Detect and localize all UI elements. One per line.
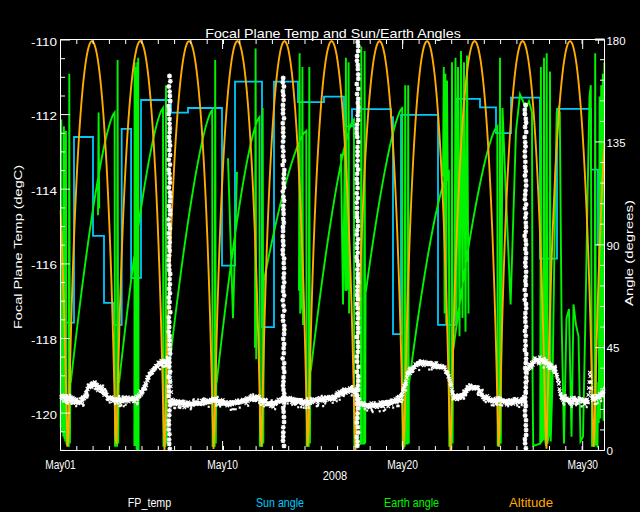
svg-text:90: 90 xyxy=(607,240,620,252)
svg-text:-114: -114 xyxy=(31,185,58,197)
svg-text:Angle (degrees): Angle (degrees) xyxy=(623,200,635,306)
svg-text:Focal Plane Temp and Sun/Earth: Focal Plane Temp and Sun/Earth Angles xyxy=(205,26,461,41)
svg-text:FP_temp: FP_temp xyxy=(128,496,171,510)
svg-text:Sun angle: Sun angle xyxy=(256,496,304,510)
svg-text:May30: May30 xyxy=(567,458,598,472)
svg-text:45: 45 xyxy=(607,342,620,354)
svg-text:-118: -118 xyxy=(31,334,57,346)
svg-text:135: 135 xyxy=(607,137,626,149)
svg-text:-120: -120 xyxy=(31,409,57,421)
svg-text:0: 0 xyxy=(607,445,614,457)
svg-text:Focal Plane Temp (degC): Focal Plane Temp (degC) xyxy=(12,165,24,329)
svg-text:May10: May10 xyxy=(207,458,238,472)
svg-text:Earth angle: Earth angle xyxy=(384,496,439,510)
svg-text:2008: 2008 xyxy=(323,469,348,483)
svg-text:Altitude: Altitude xyxy=(509,496,553,510)
svg-text:-116: -116 xyxy=(31,259,57,271)
svg-text:180: 180 xyxy=(607,35,626,47)
svg-text:-110: -110 xyxy=(31,36,57,48)
svg-text:May01: May01 xyxy=(45,458,76,472)
svg-text:May20: May20 xyxy=(387,458,418,472)
svg-text:-112: -112 xyxy=(31,110,57,122)
